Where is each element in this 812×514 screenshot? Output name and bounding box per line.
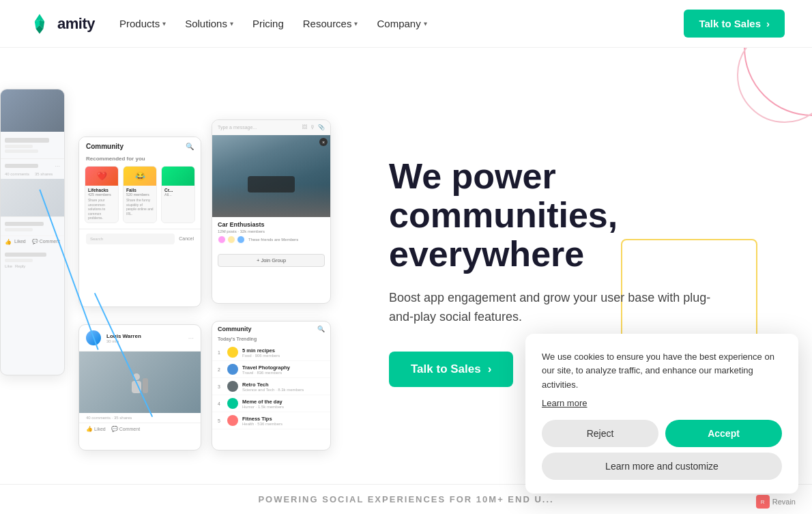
lower-more-icon[interactable]: ··· (188, 334, 194, 342)
comm-search-input[interactable]: Search (86, 233, 175, 244)
like-action[interactable]: 👍 Liked (86, 426, 106, 432)
hero-title: We power communities, everywhere (389, 157, 716, 274)
hero-subtitle: Boost app engagement and grow your user … (389, 288, 716, 328)
products-chevron-icon: ▾ (162, 20, 166, 27)
cookie-customize-button[interactable]: Learn more and customize (542, 453, 782, 480)
comm-cancel-button[interactable]: Cancel (179, 233, 194, 244)
trend-item-1: 1 5 min recipes Food · 906 members (212, 344, 330, 361)
cookie-learn-more-link[interactable]: Learn more (542, 398, 587, 408)
comm-card-2: 😂 Fails 520 members Share the funny stup… (123, 166, 157, 223)
car-enthusiasts-mockup: Type a message... 🖼 🎙 📎 × Car Enthusiast… (212, 119, 331, 304)
nav-pricing[interactable]: Pricing (252, 18, 284, 29)
comm-card-1: ❤️ Lifehacks 425 members Share your unco… (85, 166, 119, 223)
trending-mockup: Community 🔍 Today's Trending 1 5 min rec… (212, 321, 331, 451)
navbar-cta-button[interactable]: Talk to Sales › (684, 10, 785, 38)
nav-products[interactable]: Products ▾ (119, 18, 166, 29)
trend-item-5: 5 Fitness Tips Health · 536 members (212, 412, 330, 429)
trend-item-3: 3 Retro Tech Science and Tech · 8.3k mem… (212, 378, 330, 395)
solutions-chevron-icon: ▾ (230, 20, 233, 27)
arrow-right-icon: › (766, 18, 770, 29)
cookie-reject-button[interactable]: Reject (542, 420, 658, 447)
lower-avatar (86, 330, 101, 345)
cookie-text: We use cookies to ensure you have the be… (542, 350, 782, 392)
nav-solutions[interactable]: Solutions ▾ (185, 18, 233, 29)
svg-point-4 (133, 373, 140, 380)
revain-icon: R (756, 495, 770, 509)
company-chevron-icon: ▾ (424, 20, 427, 27)
nav-links: Products ▾ Solutions ▾ Pricing Resources… (119, 18, 427, 29)
nav-company[interactable]: Company ▾ (377, 18, 426, 29)
logo-text: amity (57, 15, 95, 33)
hero-cta-button[interactable]: Talk to Sales › (389, 352, 513, 387)
navbar-left: amity Products ▾ Solutions ▾ Pricing Res… (27, 12, 427, 36)
resources-chevron-icon: ▾ (354, 20, 358, 27)
join-group-button[interactable]: + Join Group (218, 254, 325, 267)
logo[interactable]: amity (27, 12, 95, 36)
arc-decoration-2 (737, 48, 812, 123)
comm-card-3: Cr... All... (161, 166, 195, 223)
trend-item-2: 2 Travel Photography Travel · 836 member… (212, 361, 330, 378)
sidebar-mockup: ··· 40 comments 35 shares 👍 Liked 💬 Comm… (0, 89, 65, 375)
ui-screenshots-area: ··· 40 comments 35 shares 👍 Liked 💬 Comm… (0, 48, 355, 485)
navbar: amity Products ▾ Solutions ▾ Pricing Res… (0, 0, 812, 48)
revain-badge: R Revain (756, 495, 796, 509)
lower-post-mockup: Louis Warren 30 min ··· (78, 324, 201, 451)
cookie-main-buttons: Reject Accept (542, 420, 782, 447)
nav-resources[interactable]: Resources ▾ (303, 18, 358, 29)
comment-action[interactable]: 💬 Comment (111, 426, 140, 432)
arc-decoration-1 (744, 48, 812, 116)
hero-arrow-icon: › (488, 362, 492, 376)
trend-item-4: 4 Meme of the day Humor · 1.5k members (212, 395, 330, 412)
comm-search-icon: 🔍 (186, 143, 194, 150)
cookie-banner: We use cookies to ensure you have the be… (525, 334, 798, 494)
svg-rect-6 (143, 378, 148, 393)
logo-icon (27, 12, 52, 36)
community-top-mockup: Community 🔍 Recommended for you ❤️ Lifeh… (78, 137, 201, 307)
trending-search-icon[interactable]: 🔍 (317, 326, 325, 332)
car-close-icon[interactable]: × (319, 138, 328, 146)
cookie-accept-button[interactable]: Accept (665, 420, 782, 447)
svg-rect-5 (132, 381, 141, 393)
